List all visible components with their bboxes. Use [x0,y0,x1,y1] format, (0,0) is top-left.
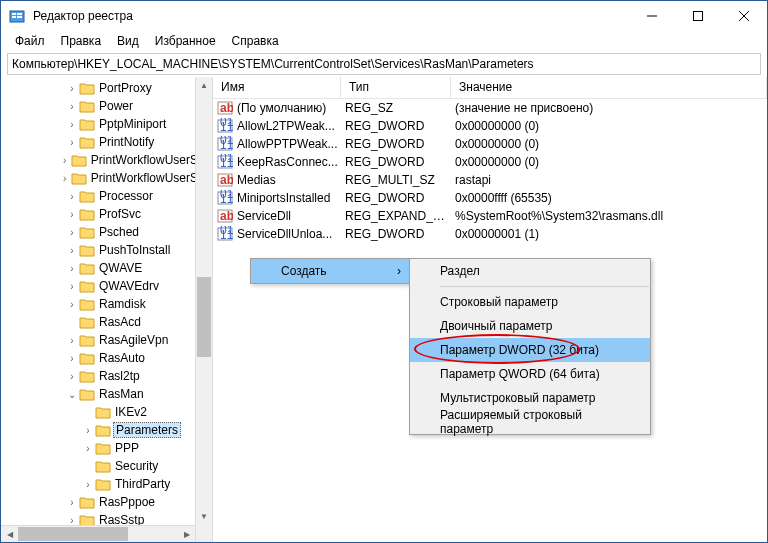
tree-item-thirdparty[interactable]: ThirdParty [1,475,212,493]
chevron-icon[interactable] [65,83,79,94]
chevron-icon[interactable] [65,137,79,148]
tree-item-ppp[interactable]: PPP [1,439,212,457]
minimize-button[interactable] [629,1,675,31]
tree-scrollbar-horizontal[interactable]: ◀ ▶ [1,525,195,542]
chevron-icon[interactable] [81,425,95,436]
tree-item-psched[interactable]: Psched [1,223,212,241]
string-value-icon: ab [217,208,233,224]
context-label-create: Создать [281,264,327,278]
chevron-icon[interactable] [65,281,79,292]
scroll-up-icon[interactable]: ▲ [196,77,212,94]
tree-item-rasl2tp[interactable]: Rasl2tp [1,367,212,385]
folder-icon [79,117,95,131]
scroll-thumb[interactable] [197,277,211,357]
tree-scrollbar-vertical[interactable]: ▲ ▼ [195,77,212,542]
svg-text:110: 110 [220,156,233,170]
list-row[interactable]: abMediasREG_MULTI_SZrastapi [213,171,767,189]
close-button[interactable] [721,1,767,31]
context-item-dword[interactable]: Параметр DWORD (32 бита) [410,338,650,362]
context-item-qword[interactable]: Параметр QWORD (64 бита) [410,362,650,386]
chevron-icon[interactable] [65,101,79,112]
folder-icon [79,81,95,95]
chevron-icon[interactable] [65,335,79,346]
value-type: REG_DWORD [341,155,451,169]
value-name: KeepRasConnec... [237,155,338,169]
folder-icon [79,351,95,365]
scroll-right-icon[interactable]: ▶ [178,526,195,542]
tree-item-raspppoe[interactable]: RasPppoe [1,493,212,511]
column-name[interactable]: Имя [213,77,341,98]
value-data: %SystemRoot%\System32\rasmans.dll [451,209,767,223]
tree-item-parameters[interactable]: Parameters [1,421,212,439]
tree-item-profsvc[interactable]: ProfSvc [1,205,212,223]
chevron-icon[interactable] [65,245,79,256]
menu-view[interactable]: Вид [111,32,145,50]
chevron-icon[interactable] [65,371,79,382]
context-item-binary[interactable]: Двоичный параметр [410,314,650,338]
chevron-icon[interactable] [65,209,79,220]
list-row[interactable]: 011110ServiceDllUnloa...REG_DWORD0x00000… [213,225,767,243]
tree-item-processor[interactable]: Processor [1,187,212,205]
chevron-icon[interactable] [65,353,79,364]
tree-item-printnotify[interactable]: PrintNotify [1,133,212,151]
tree-item-power[interactable]: Power [1,97,212,115]
chevron-icon[interactable] [65,227,79,238]
chevron-icon[interactable] [81,443,95,454]
chevron-icon[interactable] [81,479,95,490]
value-data: 0x00000000 (0) [451,137,767,151]
folder-icon [95,459,111,473]
context-item-multi[interactable]: Мультистроковый параметр [410,386,650,410]
address-bar[interactable]: Компьютер\HKEY_LOCAL_MACHINE\SYSTEM\Curr… [7,53,761,75]
svg-text:110: 110 [220,120,233,134]
chevron-icon[interactable] [65,191,79,202]
scroll-left-icon[interactable]: ◀ [1,526,18,542]
binary-value-icon: 011110 [217,136,233,152]
tree-item-pushtoinstall[interactable]: PushToInstall [1,241,212,259]
scroll-down-icon[interactable]: ▼ [196,508,212,525]
tree-item-qwavedrv[interactable]: QWAVEdrv [1,277,212,295]
tree-item-ikev2[interactable]: IKEv2 [1,403,212,421]
context-item-string[interactable]: Строковый параметр [410,290,650,314]
chevron-icon[interactable] [65,299,79,310]
list-row[interactable]: 011110KeepRasConnec...REG_DWORD0x0000000… [213,153,767,171]
chevron-icon[interactable] [58,155,71,166]
chevron-icon[interactable] [65,389,79,400]
tree-item-rasman[interactable]: RasMan [1,385,212,403]
chevron-icon[interactable] [65,497,79,508]
tree-item-printworkflowusersvc[interactable]: PrintWorkflowUserSvc [1,151,212,169]
list-row[interactable]: 011110AllowL2TPWeak...REG_DWORD0x0000000… [213,117,767,135]
scroll-thumb-h[interactable] [18,527,128,541]
list-row[interactable]: abServiceDllREG_EXPAND_SZ%SystemRoot%\Sy… [213,207,767,225]
context-item-key[interactable]: Раздел [410,259,650,283]
menu-help[interactable]: Справка [226,32,285,50]
tree-item-qwave[interactable]: QWAVE [1,259,212,277]
column-type[interactable]: Тип [341,77,451,98]
chevron-icon[interactable] [58,173,71,184]
menu-favorites[interactable]: Избранное [149,32,222,50]
tree-item-ramdisk[interactable]: Ramdisk [1,295,212,313]
folder-icon [79,333,95,347]
context-item-expand[interactable]: Расширяемый строковый параметр [410,410,650,434]
tree-item-rasauto[interactable]: RasAuto [1,349,212,367]
context-item-create[interactable]: Создать [251,259,409,283]
menubar: Файл Правка Вид Избранное Справка [1,31,767,51]
list-row[interactable]: ab(По умолчанию)REG_SZ(значение не присв… [213,99,767,117]
column-value[interactable]: Значение [451,77,767,98]
chevron-icon[interactable] [65,263,79,274]
tree-item-rasacd[interactable]: RasAcd [1,313,212,331]
tree-item-security[interactable]: Security [1,457,212,475]
menu-file[interactable]: Файл [9,32,51,50]
tree-label: IKEv2 [113,405,149,419]
tree-item-rasagilevpn[interactable]: RasAgileVpn [1,331,212,349]
menu-edit[interactable]: Правка [55,32,108,50]
tree-item-portproxy[interactable]: PortProxy [1,79,212,97]
list-row[interactable]: 011110MiniportsInstalledREG_DWORD0x0000f… [213,189,767,207]
folder-icon [79,225,95,239]
folder-icon [71,153,87,167]
maximize-button[interactable] [675,1,721,31]
chevron-icon[interactable] [65,515,79,526]
tree-item-printworkflowusersvc[interactable]: PrintWorkflowUserSvc [1,169,212,187]
list-row[interactable]: 011110AllowPPTPWeak...REG_DWORD0x0000000… [213,135,767,153]
chevron-icon[interactable] [65,119,79,130]
tree-item-pptpminiport[interactable]: PptpMiniport [1,115,212,133]
